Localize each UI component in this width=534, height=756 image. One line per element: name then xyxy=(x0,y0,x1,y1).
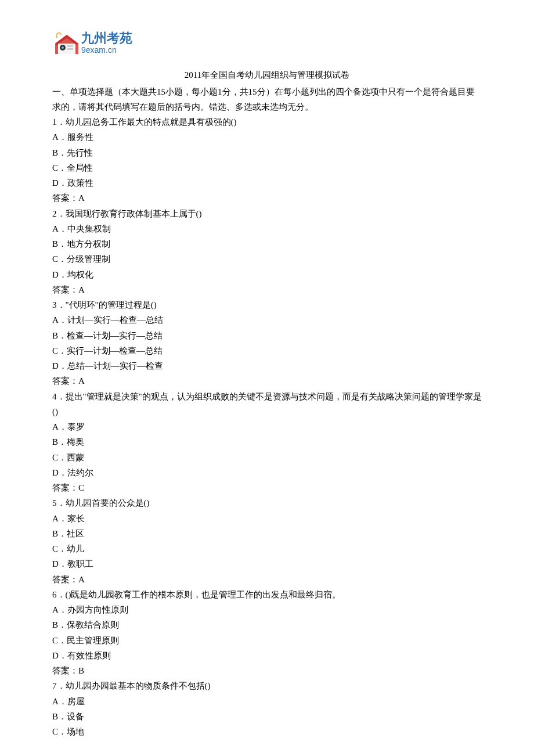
question-block: 3．"代明环"的管理过程是() A．计划—实行—检查—总结 B．检查—计划—实行… xyxy=(52,297,482,389)
question-option: A．泰罗 xyxy=(52,419,482,434)
question-stem: 6．()既是幼儿园教育工作的根本原则，也是管理工作的出发点和最终归宿。 xyxy=(52,587,482,602)
question-option: D．有效性原则 xyxy=(52,648,482,663)
question-option: A．办园方向性原则 xyxy=(52,602,482,617)
question-option: A．服务性 xyxy=(52,129,482,145)
question-option: A．房屋 xyxy=(52,694,482,709)
question-block: 5．幼儿园首要的公众是() A．家长 B．社区 C．幼儿 D．教职工 答案：A xyxy=(52,495,482,587)
question-option: D．法约尔 xyxy=(52,465,482,480)
document-page: 九州考苑 9exam.cn 2011年全国自考幼儿园组织与管理模拟试卷 一、单项… xyxy=(0,0,534,756)
question-option: B．设备 xyxy=(52,709,482,724)
question-block: 1．幼儿园总务工作最大的特点就是具有极强的() A．服务性 B．先行性 C．全局… xyxy=(52,114,482,206)
question-answer: 答案：A xyxy=(52,373,482,388)
question-option: A．中央集权制 xyxy=(52,221,482,236)
question-option: C．全局性 xyxy=(52,160,482,175)
svg-rect-3 xyxy=(67,45,73,47)
brand-logo: 九州考苑 9exam.cn xyxy=(52,26,142,63)
document-title: 2011年全国自考幼儿园组织与管理模拟试卷 xyxy=(52,67,482,82)
question-block: 4．提出"管理就是决策"的观点，认为组织成败的关键不是资源与技术问题，而是有关战… xyxy=(52,389,482,496)
question-block: 7．幼儿园办园最基本的物质条件不包括() A．房屋 B．设备 C．场地 xyxy=(52,678,482,739)
question-answer: 答案：A xyxy=(52,282,482,297)
svg-rect-4 xyxy=(67,48,73,50)
question-stem: 2．我国现行教育行政体制基本上属于() xyxy=(52,206,482,221)
question-option: C．民主管理原则 xyxy=(52,633,482,648)
logo-icon: 九州考苑 9exam.cn xyxy=(52,26,142,58)
logo-domain-text: 9exam.cn xyxy=(81,45,117,55)
question-stem: 3．"代明环"的管理过程是() xyxy=(52,297,482,312)
question-option: A．计划—实行—检查—总结 xyxy=(52,312,482,327)
question-answer: 答案：B xyxy=(52,663,482,678)
question-option: B．梅奥 xyxy=(52,434,482,449)
question-stem: 4．提出"管理就是决策"的观点，认为组织成败的关键不是资源与技术问题，而是有关战… xyxy=(52,389,482,420)
question-option: D．政策性 xyxy=(52,175,482,190)
question-option: C．西蒙 xyxy=(52,450,482,465)
svg-point-2 xyxy=(62,46,64,49)
question-stem: 7．幼儿园办园最基本的物质条件不包括() xyxy=(52,678,482,693)
section-intro: 一、单项选择题（本大题共15小题，每小题1分，共15分）在每小题列出的四个备选项… xyxy=(52,84,482,115)
question-option: C．场地 xyxy=(52,724,482,739)
question-option: B．检查—计划—实行—总结 xyxy=(52,328,482,343)
logo-brand-text: 九州考苑 xyxy=(81,31,132,45)
question-option: B．保教结合原则 xyxy=(52,617,482,632)
question-answer: 答案：A xyxy=(52,190,482,206)
question-option: D．总结—计划—实行—检查 xyxy=(52,358,482,373)
question-answer: 答案：A xyxy=(52,572,482,587)
question-block: 6．()既是幼儿园教育工作的根本原则，也是管理工作的出发点和最终归宿。 A．办园… xyxy=(52,587,482,679)
question-option: D．教职工 xyxy=(52,556,482,571)
question-option: C．幼儿 xyxy=(52,541,482,556)
question-option: C．实行—计划—检查—总结 xyxy=(52,343,482,358)
question-stem: 5．幼儿园首要的公众是() xyxy=(52,495,482,510)
question-option: B．先行性 xyxy=(52,145,482,160)
header-logo-area: 九州考苑 9exam.cn xyxy=(52,26,482,63)
question-block: 2．我国现行教育行政体制基本上属于() A．中央集权制 B．地方分权制 C．分级… xyxy=(52,206,482,298)
question-stem: 1．幼儿园总务工作最大的特点就是具有极强的() xyxy=(52,114,482,129)
question-option: C．分级管理制 xyxy=(52,251,482,267)
question-option: D．均权化 xyxy=(52,267,482,282)
question-option: B．社区 xyxy=(52,526,482,541)
question-answer: 答案：C xyxy=(52,480,482,495)
question-option: B．地方分权制 xyxy=(52,236,482,251)
question-option: A．家长 xyxy=(52,511,482,526)
